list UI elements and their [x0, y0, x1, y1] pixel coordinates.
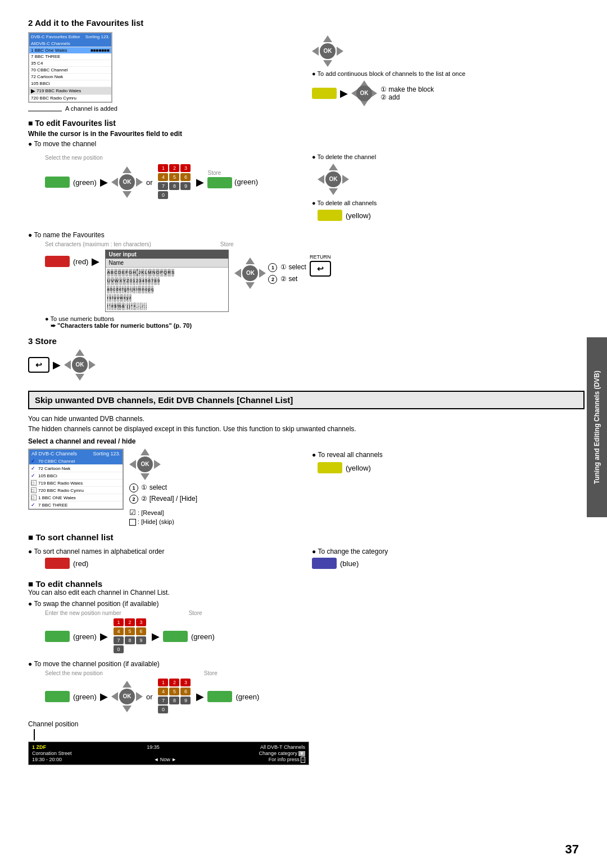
skip-desc1: You can hide unwanted DVB channels.: [28, 415, 585, 423]
reveal-icon-label: ☑ : [Reveal]: [129, 508, 197, 517]
fav-row-1: 7 BBC THREE: [29, 53, 111, 60]
ok-cluster-block[interactable]: OK: [351, 80, 377, 106]
green-label-move: (green): [73, 178, 97, 187]
bb-row1-left: 1 ZDF: [32, 744, 46, 750]
red-btn-name[interactable]: [45, 256, 70, 267]
make-block-label: ① make the block: [380, 85, 434, 93]
ch-row-2: ✓ 105 BBCi: [29, 472, 123, 480]
delete-all-note: To delete all channels: [312, 200, 585, 206]
select-reveal-hide-label: Select a channel and reveal / hide: [28, 437, 585, 445]
red-btn-sort[interactable]: [45, 558, 70, 569]
fav-row-7: 720 BBC Radio Cymru: [29, 95, 111, 102]
bb-row2-left: Coronation Street: [32, 751, 72, 756]
circle-1-skip: 1: [129, 483, 138, 492]
green-btn-move[interactable]: [45, 177, 70, 188]
arrow-swap: ▶: [100, 630, 108, 643]
arrow2: ▶: [196, 176, 204, 188]
note-continuous: To add continuous block of channels to t…: [312, 70, 585, 77]
ok-cluster-move[interactable]: OK: [111, 166, 143, 198]
channel-list-screen: All DVB-C Channels Sorting 123. ✓ 70 CBB…: [28, 449, 124, 510]
ch-row-0: ✓ 70 CBBC Channel: [29, 458, 123, 465]
store2-edit-label: Store: [204, 670, 218, 676]
green-btn-store[interactable]: [207, 177, 232, 188]
arrow1: ▶: [100, 176, 108, 188]
circle-2-set: 2: [268, 275, 277, 284]
red-label-sort: (red): [73, 559, 88, 568]
ok-cluster-move2[interactable]: OK: [111, 681, 143, 712]
set-label: ② set: [280, 275, 297, 283]
move-note: To move the channel position (if availab…: [28, 660, 585, 668]
alphabetical-note: To sort channel names in alphabetical or…: [28, 548, 301, 555]
yellow-btn-delete-all[interactable]: [318, 210, 342, 221]
fav-row-2: 35 C4: [29, 60, 111, 67]
green-btn-store-swap[interactable]: [163, 631, 188, 642]
ok-cluster-store[interactable]: OK: [64, 349, 96, 381]
edit-channels-desc: You can also edit each channel in Channe…: [28, 589, 585, 596]
bb-row2-right: Change category▼: [259, 751, 305, 756]
ch-header-right: Sorting 123.: [93, 451, 120, 456]
edit-channels-title: ■ To edit channels: [28, 579, 585, 589]
ch-row-6: ✓ 7 BBC THREE: [29, 501, 123, 509]
return-btn[interactable]: ↩: [310, 261, 331, 277]
green-btn-swap[interactable]: [45, 631, 70, 642]
red-label-name: (red): [73, 257, 88, 266]
arrow-move3: ▶: [196, 690, 204, 703]
arrow-swap2: ▶: [152, 630, 160, 643]
step3-label: 3 Store: [28, 336, 585, 346]
name-fav-note: To name the Favourites: [28, 231, 585, 239]
yellow-btn-reveal-all[interactable]: [318, 462, 342, 473]
bb-row3-left: 19:30 - 20:00: [32, 757, 62, 762]
user-input-box: User input Name ABCDEFGHIJKLMNOPQRS UVWX…: [105, 250, 229, 312]
edit-fav-subtitle: While the cursor is in the Favourites fi…: [28, 130, 585, 138]
numeric-note: ● To use numeric buttons: [45, 315, 585, 322]
fav-row-0: AllDVB-C Channels: [29, 40, 111, 47]
fav-row-3: 70 CBBC Channel: [29, 67, 111, 74]
chars-table-link: ➨ "Characters table for numeric buttons"…: [51, 322, 585, 329]
arrow-yellow: ▶: [340, 87, 348, 100]
ch-row-5: □ 1 BBC ONE Wales: [29, 494, 123, 501]
ok-cluster-delete[interactable]: OK: [318, 164, 349, 195]
numpad-move2: 1 2 3 4 5 6 7 8 9 0: [158, 679, 191, 715]
store-edit-label: Store: [189, 610, 202, 616]
edit-fav-title: ■ To edit Favourites list: [28, 119, 585, 128]
arrow-move2: ▶: [100, 690, 108, 703]
blue-btn-sort[interactable]: [312, 558, 337, 569]
reveal-all-note: To reveal all channels: [312, 451, 585, 459]
ok-cluster-select-set[interactable]: OK: [234, 257, 266, 289]
bb-row1-right: All DVB-T Channels: [260, 744, 305, 750]
circle-1-select: 1: [268, 263, 277, 272]
bb-row3-mid: ◄ Now ►: [153, 757, 176, 762]
yellow-label-reveal-all: (yellow): [346, 464, 371, 472]
fav-editor-screen: DVB-C Favourites Editor Sorting 123. All…: [28, 32, 112, 103]
green-label-swap: (green): [73, 632, 97, 641]
return-btn-store[interactable]: ↩: [28, 357, 49, 373]
circle-2-skip: 2: [129, 495, 138, 504]
select-position-label: Select the new position: [45, 155, 204, 161]
set-chars-label: Set characters (maximum : ten characters…: [45, 241, 151, 247]
ch-row-3: □ 719 BBC Radio Wales: [29, 480, 123, 487]
yellow-label-delete: (yellow): [346, 211, 371, 220]
green-label-store-move: (green): [235, 693, 259, 701]
select-new-position-label: Select the new position: [45, 670, 103, 676]
yellow-btn-add[interactable]: [312, 88, 337, 99]
ch-row-4: □ 720 BBC Radio Cymru: [29, 487, 123, 494]
fav-row-5: 105 BBCi: [29, 80, 111, 87]
skip-select-label: ① select: [141, 483, 167, 491]
green-label-store: (green): [234, 178, 258, 186]
or-label: or: [146, 178, 153, 187]
select-label: ① select: [280, 263, 306, 271]
ok-cluster-reveal-hide[interactable]: OK: [129, 449, 161, 480]
add-label: ② add: [380, 93, 434, 101]
fav-header-right: Sorting 123.: [85, 34, 110, 39]
skip-section-box: Skip unwanted DVB channels, Edit DVB Cha…: [28, 391, 585, 409]
numpad-move: 1 2 3 4 5 6 7: [158, 164, 191, 200]
swap-note: To swap the channel position (if availab…: [28, 600, 585, 608]
ok-cluster-add[interactable]: OK: [312, 35, 343, 67]
green-btn-store-move[interactable]: [207, 691, 232, 702]
arrow-store: ▶: [53, 359, 61, 371]
change-category-note: To change the category: [312, 548, 585, 555]
bb-row1-time: 19:35: [147, 744, 160, 750]
user-input-header: User input: [106, 250, 228, 259]
fav-row-6: 719 BBC Radio Wales: [37, 88, 81, 93]
green-btn-move2[interactable]: [45, 691, 70, 702]
